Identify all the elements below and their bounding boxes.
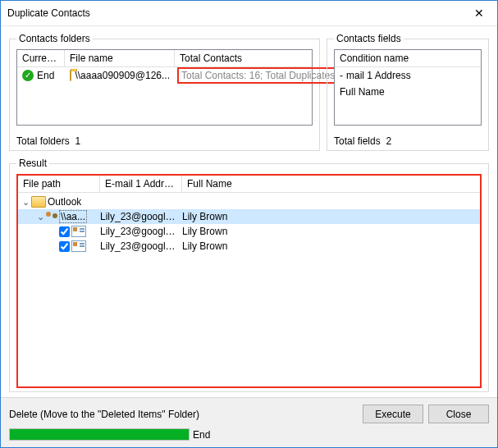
- folders-col-filename[interactable]: File name: [65, 50, 175, 66]
- dialog-content: Contacts folders Curren... File name Tot…: [1, 26, 497, 397]
- fields-row[interactable]: -mail 1 Address: [335, 67, 481, 84]
- dialog-window: Duplicate Contacts ✕ Contacts folders Cu…: [0, 0, 498, 448]
- fields-summary: Total fields 2: [334, 134, 482, 147]
- contacts-folders-group: Contacts folders Curren... File name Tot…: [9, 33, 320, 151]
- tree-item-fullname: Lily Brown: [182, 240, 480, 252]
- contact-card-icon: [71, 240, 86, 252]
- result-header: File path E-mail 1 Address Full Name: [18, 176, 480, 193]
- window-close-button[interactable]: ✕: [460, 1, 497, 25]
- contacts-fields-group: Contacts fields Condition name -mail 1 A…: [327, 33, 489, 151]
- result-col-email[interactable]: E-mail 1 Address: [100, 176, 182, 192]
- totals-highlight-box: Total Contacts: 16; Total Duplicates: 1: [177, 67, 350, 84]
- tree-root-label: Outlook: [48, 196, 81, 208]
- result-col-filepath[interactable]: File path: [18, 176, 100, 192]
- tree-group-fullname: Lily Brown: [182, 211, 480, 222]
- tree-item-email: Lily_23@google...: [100, 240, 182, 252]
- contact-card-icon: [71, 226, 86, 237]
- outlook-folder-icon: [31, 196, 46, 208]
- folders-col-total[interactable]: Total Contacts: [175, 50, 312, 66]
- titlebar: Duplicate Contacts ✕: [1, 1, 497, 26]
- chevron-down-icon[interactable]: ⌄: [36, 213, 44, 222]
- close-button[interactable]: Close: [428, 405, 489, 423]
- ok-icon: ✓: [22, 70, 34, 81]
- progress-status-label: End: [193, 429, 210, 441]
- contacts-folders-legend: Contacts folders: [16, 33, 93, 44]
- window-title: Duplicate Contacts: [7, 7, 460, 19]
- item-checkbox[interactable]: [59, 241, 70, 252]
- tree-item-fullname: Lily Brown: [182, 226, 480, 237]
- folders-row[interactable]: ✓ End \\aaaa090909@126... Total Contacts…: [17, 67, 312, 84]
- tree-group[interactable]: ⌄ \\aa... Lily_23@google... Lily Brown: [18, 209, 480, 224]
- chevron-down-icon[interactable]: ⌄: [21, 198, 30, 207]
- contacts-group-icon: [46, 212, 57, 222]
- contacts-fields-legend: Contacts fields: [334, 33, 404, 44]
- tree-item[interactable]: Lily_23@google... Lily Brown: [18, 239, 480, 254]
- tree-group-email: Lily_23@google...: [100, 211, 182, 222]
- delete-mode-label: Delete (Move to the "Deleted Items" Fold…: [9, 409, 358, 420]
- fields-row[interactable]: Full Name: [335, 84, 481, 100]
- tree-root[interactable]: ⌄ Outlook: [18, 194, 480, 209]
- tree-item-email: Lily_23@google...: [100, 226, 182, 237]
- dialog-footer: Delete (Move to the "Deleted Items" Fold…: [1, 397, 497, 447]
- folder-icon: [70, 70, 71, 81]
- result-legend: Result: [16, 158, 49, 169]
- result-col-fullname[interactable]: Full Name: [182, 176, 480, 192]
- folders-summary: Total folders 1: [16, 134, 313, 147]
- progress-bar: [9, 428, 190, 441]
- tree-item[interactable]: Lily_23@google... Lily Brown: [18, 224, 480, 239]
- fields-col-condition[interactable]: Condition name: [335, 50, 481, 66]
- result-highlight-box: File path E-mail 1 Address Full Name ⌄ O…: [16, 174, 482, 388]
- item-checkbox[interactable]: [59, 226, 70, 237]
- tree-group-label: \\aa...: [59, 210, 87, 223]
- folders-header: Curren... File name Total Contacts: [17, 50, 312, 67]
- result-tree[interactable]: ⌄ Outlook ⌄ \\aa... Lily_23@go: [18, 193, 480, 386]
- close-icon: ✕: [474, 7, 484, 20]
- result-group: Result File path E-mail 1 Address Full N…: [9, 158, 489, 392]
- progress-fill: [10, 429, 189, 440]
- folders-col-current[interactable]: Curren...: [17, 50, 65, 66]
- fields-listview[interactable]: Condition name -mail 1 Address Full Name: [334, 49, 482, 126]
- folder-file-name: \\aaaa090909@126...: [75, 70, 170, 81]
- execute-button[interactable]: Execute: [363, 405, 423, 423]
- folder-status-text: End: [37, 70, 54, 81]
- folders-listview[interactable]: Curren... File name Total Contacts ✓ End: [16, 49, 313, 126]
